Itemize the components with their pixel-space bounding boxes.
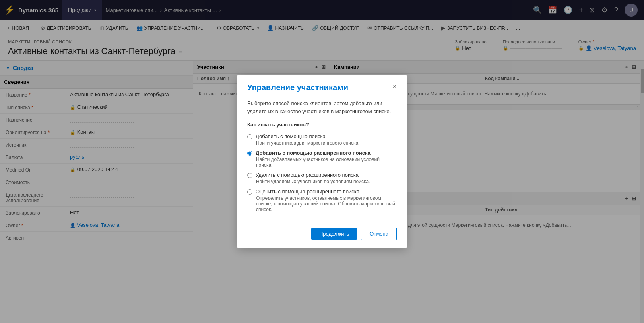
radio-text-3: Удалить с помощью расширенного поиска xyxy=(256,172,359,178)
dialog-title: Управление участниками xyxy=(247,83,348,92)
radio-input-4[interactable] xyxy=(247,189,252,195)
radio-text-4: Оценить с помощью расширенного поиска xyxy=(256,188,359,195)
dialog-header: Управление участниками × xyxy=(237,75,407,96)
radio-sub-2: Найти добавляемых участников на основани… xyxy=(247,157,397,168)
radio-label-1[interactable]: Добавить с помощью поиска xyxy=(247,133,397,139)
radio-input-3[interactable] xyxy=(247,173,252,178)
dialog-body: Выберите способ поиска клиентов, затем д… xyxy=(237,96,407,223)
dialog-close-button[interactable]: × xyxy=(392,83,397,90)
dialog-footer: Продолжить Отмена xyxy=(237,223,407,248)
manage-participants-dialog: Управление участниками × Выберите способ… xyxy=(237,75,407,248)
radio-text-2: Добавить с помощью расширенного поиска xyxy=(256,150,371,156)
radio-option-4: Оценить с помощью расширенного поиска Оп… xyxy=(247,188,397,212)
radio-input-2[interactable] xyxy=(247,151,252,156)
radio-option-1: Добавить с помощью поиска Найти участник… xyxy=(247,133,397,146)
cancel-button[interactable]: Отмена xyxy=(361,228,397,240)
radio-text-1: Добавить с помощью поиска xyxy=(256,133,326,139)
radio-sub-4: Определить участников, оставляемых в мар… xyxy=(247,195,397,212)
radio-option-3: Удалить с помощью расширенного поиска На… xyxy=(247,172,397,184)
dialog-question: Как искать участников? xyxy=(247,122,397,128)
radio-input-1[interactable] xyxy=(247,134,252,139)
radio-label-2[interactable]: Добавить с помощью расширенного поиска xyxy=(247,150,397,156)
radio-label-3[interactable]: Удалить с помощью расширенного поиска xyxy=(247,172,397,178)
dialog-description: Выберите способ поиска клиентов, затем д… xyxy=(247,99,397,115)
radio-label-4[interactable]: Оценить с помощью расширенного поиска xyxy=(247,188,397,195)
radio-sub-1: Найти участников для маркетингового спис… xyxy=(247,140,397,146)
radio-option-2: Добавить с помощью расширенного поиска Н… xyxy=(247,150,397,168)
modal-overlay[interactable]: Управление участниками × Выберите способ… xyxy=(0,0,644,323)
radio-sub-3: Найти удаляемых участников по условиям п… xyxy=(247,179,397,184)
continue-button[interactable]: Продолжить xyxy=(311,228,357,240)
